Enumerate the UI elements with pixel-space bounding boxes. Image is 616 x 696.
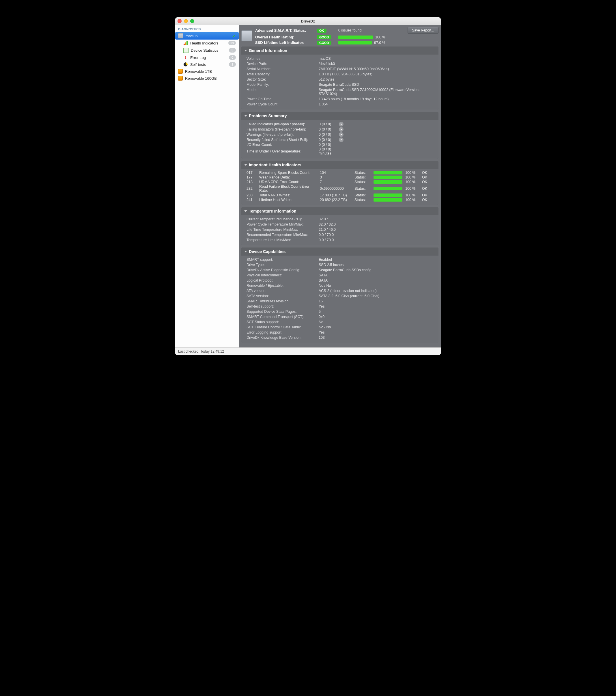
hi-pct: 100 % [405,198,419,202]
hi-name: Total NAND Writes: [259,193,317,197]
smart-status-pill: OK [317,29,326,33]
kv-value: Yes [319,330,433,335]
kv-key: SMART Attributes revision: [246,299,316,303]
hi-value: 104 [320,171,352,175]
hi-bar [374,176,402,179]
kv-value: 7M100TJE (WWN Id: 5 000c50 0bb0606aa) [319,67,433,71]
kv-value: 1.0 TB (1 000 204 886 016 bytes) [319,72,433,77]
sidebar-ext-160gb[interactable]: Removable 160GB [175,75,239,82]
sidebar-item[interactable]: Device Statistics5 [175,47,239,54]
hi-value: 0x6900000000 [320,187,352,191]
kv-value: Seagate BarraCuda SSD [319,82,433,87]
sidebar-item[interactable]: Self-tests1 [175,61,239,68]
detail-arrow-icon[interactable] [339,138,343,142]
section-title: Device Capabilities [249,249,286,254]
window-title: DriveDx [175,19,441,23]
hi-bar [374,198,402,202]
kv-key: Power Cycle Count: [246,102,316,107]
sidebar-header: DIAGNOSTICS [175,25,239,32]
sidebar-item[interactable]: Health Indicators19 [175,39,239,47]
health-rating-label: Overall Health Rating: [255,35,313,39]
kv-key: Logical Protocol: [246,278,316,283]
lifetime-left-label: SSD Lifetime Left Indicator: [255,41,313,45]
section-header[interactable]: Device Capabilities [241,248,438,256]
lifetime-left-pill: GOOD [317,41,331,45]
hi-id: 233 [246,193,256,197]
kv-key: Failed Indicators (life-span / pre-fail)… [246,122,316,126]
section-capabilities: Device Capabilities SMART support:Enable… [241,248,438,343]
section-title: Problems Summary [249,113,287,118]
kv-value: 512 bytes [319,77,433,82]
kv-key: SCT Feature Control / Data Table: [246,325,316,330]
hi-ok: OK [422,187,430,191]
kv-key: Total Capacity: [246,72,316,77]
save-report-button[interactable]: Save Report... [408,27,438,34]
detail-arrow-icon[interactable] [339,122,343,126]
detail-arrow-icon[interactable] [339,132,343,137]
kv-value: 1 354 [319,102,433,107]
kv-value: Seagate BarraCuda SSD ZA1000CM10002 (Fir… [319,88,433,96]
lifetime-left-pct: 97.0 % [374,41,385,45]
app-window: DriveDx DIAGNOSTICS macOS ✓ Health Indic… [175,17,441,355]
section-header[interactable]: Important Health Indicators [241,161,438,169]
drive-icon [178,33,183,38]
hi-pct: 100 % [405,175,419,179]
sidebar: DIAGNOSTICS macOS ✓ Health Indicators19D… [175,25,239,347]
kv-value: SSD 2.5 inches [319,263,433,267]
sidebar-ext-1tb[interactable]: Removable 1TB [175,68,239,75]
sidebar-item-label: Device Statistics [191,48,218,52]
kv-value: No [319,320,433,324]
last-checked: Last checked: Today 12:49:12 [178,349,224,353]
sidebar-item-label: Removable 160GB [185,76,217,81]
hi-name: Remaining Spare Blocks Count: [259,171,317,175]
count-badge: 5 [229,48,236,52]
kv-value: 0x0 [319,315,433,319]
detail-arrow-icon[interactable] [339,127,343,132]
kv-key: I/O Error Count: [246,143,316,147]
kv-value: 32.0 / 32.0 [319,222,433,227]
hi-ok: OK [422,180,430,184]
sidebar-item-label: Health Indicators [190,41,218,45]
kv-key: SMART Command Transport (SCT): [246,315,316,319]
kv-value: Yes [319,304,433,309]
kv-key: Temperature Limit Min/Max: [246,238,316,242]
kv-value: 16 [319,299,433,303]
kv-value: 0 (0 / 0) [319,127,336,131]
hi-name: Wear Range Delta: [259,175,317,179]
kv-key: DriveDx Knowledge Base Version: [246,335,316,340]
hi-pct: 100 % [405,171,419,175]
kv-key: Power On Time: [246,97,316,101]
section-title: Important Health Indicators [249,162,301,167]
kv-value: ACS-2 (minor revision not indicated) [319,288,433,293]
section-header[interactable]: Temperature Information [241,207,438,215]
health-rating-pct: 100 % [375,35,385,39]
section-header[interactable]: General Information [241,47,438,54]
sidebar-item[interactable]: !Error Log0 [175,54,239,61]
sidebar-drive-macos[interactable]: macOS ✓ [175,32,239,39]
hi-value: 3 [320,175,352,179]
sidebar-item-label: Error Log [190,56,206,60]
check-icon: ✓ [232,33,236,38]
pie-icon [183,62,188,67]
disclosure-triangle-icon [244,251,247,252]
hi-status-label: Status: [355,187,371,191]
kv-key: Warnings (life-span / pre-fail): [246,132,316,137]
kv-value: No / No [319,283,433,288]
hi-name: Lifetime Host Writes: [259,198,317,202]
section-header[interactable]: Problems Summary [241,112,438,120]
hi-value: 7 [320,180,352,184]
hi-id: 017 [246,171,256,175]
kv-key: Drive Type: [246,263,316,267]
kv-value: 32.0 / [319,217,433,222]
kv-key: Device Path: [246,62,316,66]
kv-value: 0 (0 / 0) minutes [319,147,336,155]
disclosure-triangle-icon [244,210,247,212]
health-rating-pill: GOOD [317,35,331,39]
hi-id: 177 [246,175,256,179]
hi-pct: 100 % [405,193,419,197]
kv-value: 21.0 / 46.0 [319,227,433,232]
kv-value: 103 [319,335,433,340]
hi-bar [374,187,402,190]
kv-value: 0 (0 / 0) [319,143,336,147]
kv-key: Physical Interconnect: [246,273,316,278]
